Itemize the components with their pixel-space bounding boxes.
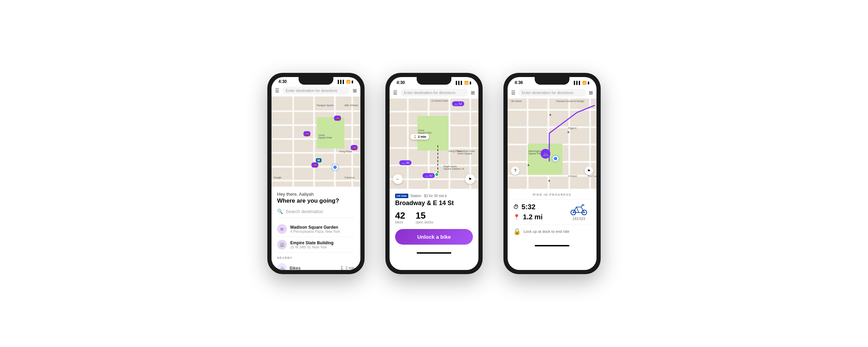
car-pin-2: 🚗 <box>303 131 310 136</box>
signal-icon-3: ▌▌▌ <box>574 81 581 85</box>
search-dest-icon: 🔍 <box>277 209 283 214</box>
recent-detail-2: Empire State Building 20 W 34th St, New … <box>290 240 334 249</box>
ride-dist-value: 1.2 mi <box>523 213 543 221</box>
nearby-item-bikes[interactable]: 🚲 Bikes 🚶 2 min <box>277 262 355 270</box>
unlock-button[interactable]: Unlock a bike <box>395 229 473 245</box>
time-2: 4:30 <box>397 80 405 85</box>
metro-pin: M <box>316 158 322 162</box>
recent-addr-1: 4 Pennsylvania Plaza, New York <box>290 230 340 234</box>
grid-icon-1[interactable]: ⊞ <box>353 88 357 93</box>
clock-icon: ⏱ <box>513 204 519 210</box>
home-bar-2 <box>417 252 451 254</box>
pin-icon: 📍 <box>513 214 520 220</box>
svg-point-4 <box>584 212 585 213</box>
search-placeholder-2: Enter destination for directions <box>404 91 456 95</box>
greeting-text: Hey there, Aaliyah <box>277 192 355 197</box>
wifi-icon-3: 📶 <box>582 81 586 85</box>
menu-icon-2[interactable]: ☰ <box>393 90 398 95</box>
map-area-3: 9th Street Parsons School of Design Flig… <box>508 99 596 189</box>
phone-2: 4:30 ▌▌▌ 📶 ▮ ☰ Enter destination for dir… <box>385 73 483 274</box>
notch-2 <box>417 77 451 85</box>
bike-pin-52: 🚲 52 <box>452 101 464 106</box>
app-header-3: ☰ Enter destination for directions ⊞ <box>508 87 596 99</box>
station-panel: citi bike Station · $3 for 30 min ℹ Broa… <box>390 189 478 249</box>
docks-label: open docks <box>416 220 433 224</box>
car-pin-4: 🚗 <box>311 162 318 168</box>
menu-icon-3[interactable]: ☰ <box>511 90 516 95</box>
phone-3: 4:36 ▌▌▌ 📶 ▮ ☰ Enter destination for dir… <box>503 73 601 274</box>
flag-button-3[interactable]: ⚑ <box>585 167 593 175</box>
status-icons-1: ▌▌▌ 📶 ▮ <box>338 80 353 84</box>
map-area-2: 14 Street Union UnionSquare Park Irving … <box>390 99 478 189</box>
search-placeholder-3: Enter destination for directions <box>522 91 574 95</box>
signal-icon-1: ▌▌▌ <box>338 80 345 84</box>
nav-back-arrow[interactable]: ← <box>393 174 403 184</box>
recent-addr-2: 20 W 34th St, New York <box>290 245 334 249</box>
grid-icon-3[interactable]: ⊞ <box>589 90 593 95</box>
lock-icon: 🔒 <box>513 228 521 235</box>
svg-point-3 <box>573 212 574 213</box>
walk-icon-2: 🚶 <box>413 135 417 138</box>
search-destination-bar[interactable]: 🔍 Search destination <box>277 209 355 218</box>
station-meta: Station · $3 for 30 min ℹ <box>410 194 447 198</box>
bottom-panel-1: Hey there, Aaliyah Where are you going? … <box>272 187 360 270</box>
map-label-abc: ABC Kitchen <box>344 104 358 107</box>
recent-item-2[interactable]: 🏢 Empire State Building 20 W 34th St, Ne… <box>277 237 355 253</box>
map2-label-union: UnionSquare Park <box>418 129 432 134</box>
bike-pin-30: 🚲 30 <box>399 160 411 165</box>
walk-time-text: 2 min <box>418 135 426 138</box>
car-pin-3: 🚗 <box>351 145 358 150</box>
lock-text: Lock up at dock to end ride <box>524 229 569 234</box>
home-indicator-2 <box>390 249 478 256</box>
nearby-label: NEARBY <box>277 256 355 260</box>
heading-text: Where are you going? <box>277 197 355 204</box>
svg-rect-2 <box>582 205 584 206</box>
grid-icon-2[interactable]: ⊞ <box>471 90 475 95</box>
notch-3 <box>535 77 569 85</box>
wifi-icon-2: 📶 <box>464 81 468 85</box>
search-bar-3[interactable]: Enter destination for directions <box>518 89 586 96</box>
user-location <box>332 164 338 170</box>
wifi-icon-1: 📶 <box>346 80 350 84</box>
ride-time-stat: ⏱ 5:32 <box>513 203 543 211</box>
ride-left: ⏱ 5:32 📍 1.2 mi <box>513 203 543 221</box>
docks-count: 15 <box>416 210 433 221</box>
nearby-left: 🚲 Bikes <box>277 263 301 270</box>
station-dot-2 <box>435 172 439 177</box>
search-dest-placeholder: Search destination <box>286 209 323 214</box>
map-label-google: Google <box>274 176 282 179</box>
recent-item-1[interactable]: 🏟 Madison Square Garden 4 Pennsylvania P… <box>277 221 355 237</box>
flag-button[interactable]: ⚑ <box>465 174 475 184</box>
bike-image-area: 143-523 <box>567 203 591 221</box>
phone-1: 4:30 ▌▌▌ 📶 ▮ ☰ Enter destination for dir… <box>267 73 365 274</box>
recent-icon-1: 🏟 <box>277 224 287 234</box>
ride-dist-stat: 📍 1.2 mi <box>513 213 543 221</box>
nav-marker-1: ▲ <box>549 112 552 116</box>
map2-label-regal: Regal UnionSquare Stadium 14 <box>443 165 464 170</box>
user-loc-3 <box>553 156 558 161</box>
bike-id: 143-523 <box>573 217 585 221</box>
ride-time-value: 5:32 <box>521 203 535 211</box>
bike-station-pin-3: 🚲 <box>541 149 550 159</box>
time-3: 4:36 <box>515 80 523 85</box>
help-button[interactable]: ? <box>511 167 519 175</box>
app-header-2: ☰ Enter destination for directions ⊞ <box>390 87 478 99</box>
recent-name-2: Empire State Building <box>290 240 334 245</box>
search-bar-2[interactable]: Enter destination for directions <box>400 89 468 96</box>
map-area-1: Paragon Sports ABC Kitchen UnionSquare P… <box>272 96 360 187</box>
nav-marker-3: ▲ <box>527 163 530 167</box>
search-bar-1[interactable]: Enter destination for directions <box>282 87 350 94</box>
ride-panel: RIDE IN PROGRESS ⏱ 5:32 📍 1.2 mi <box>508 189 596 242</box>
app-header-1: ☰ Enter destination for directions ⊞ <box>272 85 360 96</box>
car-pin-1: 🚗 <box>334 116 341 121</box>
bikes-icon-circle: 🚲 <box>277 263 287 270</box>
status-icons-2: ▌▌▌ 📶 ▮ <box>456 81 471 85</box>
citibike-header: citi bike Station · $3 for 30 min ℹ <box>395 194 473 198</box>
bikes-stat: 42 bikes <box>395 210 405 224</box>
recent-detail-1: Madison Square Garden 4 Pennsylvania Pla… <box>290 225 340 234</box>
info-icon[interactable]: ℹ <box>445 194 446 198</box>
search-bar-placeholder-1: Enter destination for directions <box>286 88 337 93</box>
battery-icon-2: ▮ <box>469 81 471 85</box>
menu-icon-1[interactable]: ☰ <box>275 88 279 93</box>
status-icons-3: ▌▌▌ 📶 ▮ <box>574 81 590 85</box>
